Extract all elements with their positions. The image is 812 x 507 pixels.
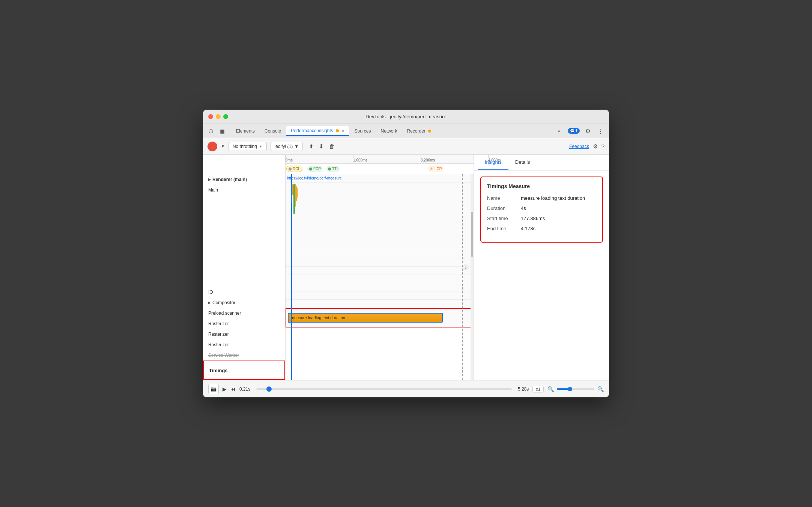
tab-sources[interactable]: Sources — [350, 127, 375, 136]
upload-icon[interactable]: ⬆ — [307, 142, 315, 151]
track-labels: ▶ Renderer (main) Main IO ▶ Compositor P… — [203, 155, 286, 380]
insights-content: Timings Measure Name measure loading tex… — [474, 171, 609, 380]
playback-thumb[interactable] — [266, 386, 272, 392]
tab-recorder[interactable]: Recorder — [403, 127, 436, 136]
rasterizer1-track — [286, 275, 474, 283]
zoom-slider[interactable] — [557, 388, 594, 390]
rasterizer3-label: Rasterizer — [203, 340, 285, 350]
tab-network[interactable]: Network — [376, 127, 402, 136]
io-label: IO — [203, 287, 285, 297]
screenshot-toggle[interactable]: 📷 — [208, 384, 219, 394]
devtools-window: DevTools - jec.fyi/demo/perf-measure ⬡ ▣… — [203, 110, 609, 397]
name-row: Name measure loading text duration — [487, 195, 596, 201]
compositor-expand-icon[interactable]: ▶ — [208, 301, 211, 305]
flame-bar-6 — [297, 188, 298, 198]
nav-icons: ⬡ ▣ — [207, 127, 226, 135]
insights-panel: Insights Details Timings Measure Name me… — [474, 155, 609, 380]
chevron-down-icon: ▼ — [259, 145, 263, 148]
end-time-value: 4.178s — [521, 226, 535, 231]
fcp-badge: FCP — [307, 166, 323, 172]
timings-card: Timings Measure Name measure loading tex… — [480, 177, 603, 243]
play-button[interactable]: ▶ — [223, 386, 227, 392]
ruler-4800ms: 4,800m — [488, 155, 501, 163]
traffic-lights — [208, 114, 228, 119]
expand-panel-icon[interactable]: › — [462, 264, 469, 271]
tti-badge: TTI — [326, 166, 340, 172]
main-track-space — [203, 195, 285, 287]
timing-measure-bar[interactable]: measure loading text duration — [288, 313, 443, 323]
rasterizer2-track — [286, 283, 474, 291]
throttling-dropdown[interactable]: No throttling ▼ — [229, 142, 267, 151]
start-time-row: Start time 177.886ms — [487, 216, 596, 221]
timings-track: measure loading text duration — [286, 308, 474, 327]
url-dropdown[interactable]: jec.fyi (1) ▼ — [271, 142, 303, 151]
cursor-icon[interactable]: ⬡ — [207, 127, 215, 135]
scrollbar-track — [471, 174, 474, 380]
chat-badge[interactable]: 💬 1 — [568, 128, 580, 134]
tab-console[interactable]: Console — [260, 127, 286, 136]
zoom-out-icon[interactable]: 🔍 — [547, 386, 554, 392]
start-time-value: 177.886ms — [521, 216, 545, 221]
renderer-expand-icon[interactable]: ▶ — [208, 178, 211, 181]
recording-indicator — [336, 129, 339, 132]
service-worker-label: Service Worker — [203, 350, 285, 361]
toolbar: ▼ No throttling ▼ jec.fyi (1) ▼ ⬆ ⬇ 🗑 Fe… — [203, 138, 609, 155]
dcl-dot — [289, 167, 292, 171]
dcl-badge: DCL — [286, 166, 302, 172]
devtools-settings-icon[interactable]: ⚙ — [593, 143, 598, 150]
scrollbar-thumb[interactable] — [471, 212, 473, 257]
milestones-row: DCL FCP TTI ⚠ LCP — [286, 164, 474, 174]
help-icon[interactable]: ? — [601, 143, 604, 149]
end-time-label: End time — [487, 226, 521, 231]
zoom-thumb[interactable] — [568, 387, 572, 391]
name-label: Name — [487, 195, 521, 201]
main-area: ▶ Renderer (main) Main IO ▶ Compositor P… — [203, 155, 609, 380]
window-title: DevTools - jec.fyi/demo/perf-measure — [365, 114, 446, 119]
flamechart[interactable]: https://jec.fyi/demo/perf-measure — [286, 174, 474, 380]
more-options-icon[interactable]: ⋮ — [595, 126, 605, 136]
timings-card-title: Timings Measure — [487, 183, 596, 189]
tab-details[interactable]: Details — [508, 155, 537, 170]
end-time-row: End time 4.178s — [487, 226, 596, 231]
url-track: https://jec.fyi/demo/perf-measure — [286, 174, 474, 183]
service-worker-track — [286, 300, 474, 308]
time-end-display: 5.28s — [518, 386, 529, 392]
url-chevron-icon: ▼ — [294, 144, 299, 149]
skip-to-start-icon[interactable]: ⏮ — [230, 386, 236, 392]
title-bar: DevTools - jec.fyi/demo/perf-measure — [203, 110, 609, 124]
recorder-indicator — [428, 130, 431, 133]
timeline-ruler: 0ms 1,600ms 3,200ms 4,800m — [286, 155, 474, 164]
tab-close-icon[interactable]: ✕ — [341, 129, 344, 133]
record-dropdown-chevron[interactable]: ▼ — [221, 144, 225, 148]
tab-bar: ⬡ ▣ Elements Console Performance insight… — [203, 124, 609, 138]
ruler-1600ms: 1,600ms — [353, 155, 367, 163]
dock-icon[interactable]: ▣ — [218, 127, 226, 135]
renderer-label: ▶ Renderer (main) — [203, 174, 285, 185]
zoom-in-icon[interactable]: 🔍 — [597, 386, 604, 392]
tab-performance-insights[interactable]: Performance insights ✕ — [286, 126, 349, 136]
ruler-0ms: 0ms — [286, 155, 293, 163]
rasterizer2-label: Rasterizer — [203, 329, 285, 340]
maximize-button[interactable] — [223, 114, 228, 119]
compositor-track — [286, 258, 474, 267]
feedback-link[interactable]: Feedback — [569, 144, 589, 149]
lcp-badge: ⚠ LCP — [428, 166, 444, 172]
duration-label: Duration — [487, 205, 521, 211]
close-button[interactable] — [208, 114, 213, 119]
minimize-button[interactable] — [216, 114, 221, 119]
playback-slider[interactable] — [256, 388, 512, 390]
record-button[interactable] — [208, 142, 217, 151]
download-icon[interactable]: ⬇ — [317, 142, 325, 151]
zoom-factor-display: x1 — [532, 386, 544, 392]
settings-icon[interactable]: ⚙ — [583, 126, 592, 136]
tab-elements[interactable]: Elements — [232, 127, 259, 136]
label-spacer — [203, 155, 285, 174]
delete-icon[interactable]: 🗑 — [328, 142, 336, 151]
lcp-dashed-line — [462, 174, 463, 380]
more-tabs[interactable]: » — [553, 127, 565, 136]
rasterizer1-label: Rasterizer — [203, 318, 285, 329]
start-time-label: Start time — [487, 216, 521, 221]
url-link[interactable]: https://jec.fyi/demo/perf-measure — [287, 176, 342, 180]
compositor-label: ▶ Compositor — [203, 297, 285, 308]
tti-dot — [328, 167, 331, 171]
